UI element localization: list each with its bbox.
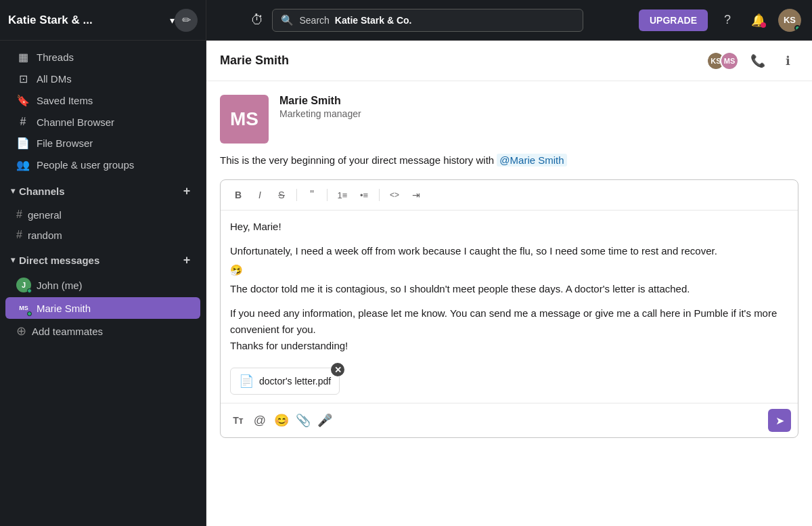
channel-item-random[interactable]: # random	[5, 225, 200, 244]
send-button[interactable]: ➤	[768, 409, 791, 432]
sidebar-item-channel-browser-label: Channel Browser	[37, 116, 114, 128]
john-avatar: J	[16, 278, 31, 292]
info-button[interactable]: ℹ	[777, 50, 798, 72]
send-icon: ➤	[775, 414, 784, 427]
emoji-button[interactable]: 😊	[271, 410, 292, 431]
attachment-button[interactable]: 📎	[292, 410, 314, 431]
microphone-icon: 🎤	[317, 413, 332, 428]
search-bar[interactable]: 🔍 Search Katie Stark & Co.	[272, 9, 583, 32]
file-browser-icon: 📄	[16, 137, 30, 150]
sidebar-item-file-browser[interactable]: 📄 File Browser	[5, 133, 200, 154]
dm-history-text: This is the very beginning of your direc…	[220, 154, 798, 166]
sidebar-item-threads[interactable]: ▦ Threads	[5, 47, 200, 68]
history-text: This is the very beginning of your direc…	[220, 154, 494, 166]
ordered-list-button[interactable]: 1≡	[333, 185, 352, 204]
remove-attachment-button[interactable]: ✕	[331, 363, 344, 376]
sidebar-item-saved-items[interactable]: 🔖 Saved Items	[5, 90, 200, 111]
john-initials: J	[22, 281, 26, 289]
search-placeholder: Search	[299, 15, 329, 26]
search-icon: 🔍	[281, 14, 294, 26]
compose-body[interactable]: Hey, Marie! Unfortunately, I need a week…	[221, 211, 798, 362]
text-format-button[interactable]: Tт	[227, 410, 249, 431]
sidebar-item-all-dms[interactable]: ⊡ All DMs	[5, 68, 200, 89]
indent-button[interactable]: ⇥	[407, 185, 426, 204]
add-teammates-icon: ⊕	[16, 324, 26, 338]
italic-button[interactable]: I	[250, 185, 269, 204]
profile-title: Marketing manager	[279, 108, 361, 119]
people-icon: 👥	[16, 158, 30, 171]
blockquote-button[interactable]: "	[302, 185, 321, 204]
compose-toolbar: B I S " 1≡ •≡ <> ⇥	[221, 180, 798, 211]
top-center: ⏱ 🔍 Search Katie Stark & Co.	[206, 9, 628, 32]
top-right: UPGRADE ? 🔔 KS	[628, 9, 812, 32]
all-dms-icon: ⊡	[16, 72, 30, 85]
file-name: doctor's letter.pdf	[259, 376, 331, 387]
history-button[interactable]: ⏱	[250, 12, 264, 28]
mention-button[interactable]: @	[249, 410, 271, 431]
main-layout: ▦ Threads ⊡ All DMs 🔖 Saved Items # Chan…	[0, 41, 812, 526]
compose-area: B I S " 1≡ •≡ <> ⇥ Hey, Marie! Unfortuna…	[220, 179, 798, 438]
workspace-area: Katie Stark & ... ▾ ✏	[0, 0, 206, 40]
strikethrough-button[interactable]: S	[272, 185, 291, 204]
direct-messages-section[interactable]: ▾ Direct messages +	[0, 248, 206, 272]
help-button[interactable]: ?	[716, 9, 739, 32]
toolbar-separator-3	[379, 189, 380, 201]
profile-avatar: MS	[220, 95, 269, 144]
mention-marie[interactable]: @Marie Smith	[497, 154, 566, 167]
john-online-dot	[27, 288, 32, 293]
add-teammates-button[interactable]: ⊕ Add teammates	[5, 320, 200, 342]
dm-name-marie: Marie Smith	[37, 303, 91, 314]
paperclip-icon: 📎	[296, 413, 311, 428]
toolbar-separator-2	[327, 189, 328, 201]
sidebar-item-file-browser-label: File Browser	[37, 137, 93, 149]
sidebar-item-people-label: People & user groups	[37, 159, 134, 171]
dm-section-label: Direct messages	[19, 255, 99, 266]
unordered-list-button[interactable]: •≡	[355, 185, 374, 204]
channels-section[interactable]: ▾ Channels +	[0, 179, 206, 203]
profile-avatar-initials: MS	[220, 95, 269, 144]
user-avatar[interactable]: KS	[778, 9, 801, 32]
participant-avatars: KS MS	[706, 51, 739, 70]
compose-para-3: If you need any information, please let …	[230, 305, 788, 338]
header-right: KS MS 📞 ℹ	[706, 50, 798, 72]
channel-hash-icon: #	[16, 209, 22, 221]
at-icon: @	[254, 414, 266, 428]
text-format-icon: Tт	[233, 415, 243, 426]
audio-button[interactable]: 🎤	[314, 410, 336, 431]
edit-button[interactable]: ✏	[175, 9, 198, 32]
chat-header: Marie Smith KS MS 📞 ℹ	[206, 41, 812, 81]
channel-item-general[interactable]: # general	[5, 205, 200, 224]
dm-item-john[interactable]: J John (me)	[5, 274, 200, 296]
add-teammates-label: Add teammates	[32, 326, 103, 337]
add-dm-button[interactable]: +	[179, 252, 195, 268]
emoji-icon: 😊	[274, 413, 289, 428]
notification-badge	[761, 22, 766, 28]
channel-hash-icon: #	[16, 229, 22, 241]
channel-name-random: random	[28, 229, 62, 241]
call-button[interactable]: 📞	[747, 50, 769, 72]
sidebar-item-channel-browser[interactable]: # Channel Browser	[5, 112, 200, 132]
attachment-area: 📄 doctor's letter.pdf ✕	[221, 362, 798, 403]
compose-greeting: Hey, Marie!	[230, 219, 788, 235]
compose-para-4: Thanks for understanding!	[230, 338, 788, 354]
bold-button[interactable]: B	[229, 185, 248, 204]
file-pdf-icon: 📄	[239, 374, 254, 389]
top-bar: Katie Stark & ... ▾ ✏ ⏱ 🔍 Search Katie S…	[0, 0, 812, 41]
marie-online-dot	[27, 311, 32, 316]
upgrade-button[interactable]: UPGRADE	[639, 9, 708, 31]
code-button[interactable]: <>	[385, 185, 404, 204]
help-icon: ?	[724, 13, 731, 27]
threads-icon: ▦	[16, 51, 30, 64]
participant-2-initials: MS	[721, 53, 738, 69]
compose-para-2: The doctor told me it is contagious, so …	[230, 281, 788, 297]
chat-content: Marie Smith KS MS 📞 ℹ	[206, 41, 812, 526]
sidebar-item-people[interactable]: 👥 People & user groups	[5, 154, 200, 175]
add-channel-button[interactable]: +	[179, 183, 195, 199]
dm-item-marie[interactable]: MS Marie Smith	[5, 297, 200, 319]
toolbar-separator-1	[296, 189, 297, 201]
notifications-button[interactable]: 🔔	[747, 9, 770, 32]
search-workspace: Katie Stark & Co.	[335, 15, 412, 26]
dm-name-john: John (me)	[37, 280, 83, 291]
compose-footer: Tт @ 😊 📎 🎤 ➤	[221, 403, 798, 437]
sidebar-nav: ▦ Threads ⊡ All DMs 🔖 Saved Items # Chan…	[0, 46, 206, 176]
